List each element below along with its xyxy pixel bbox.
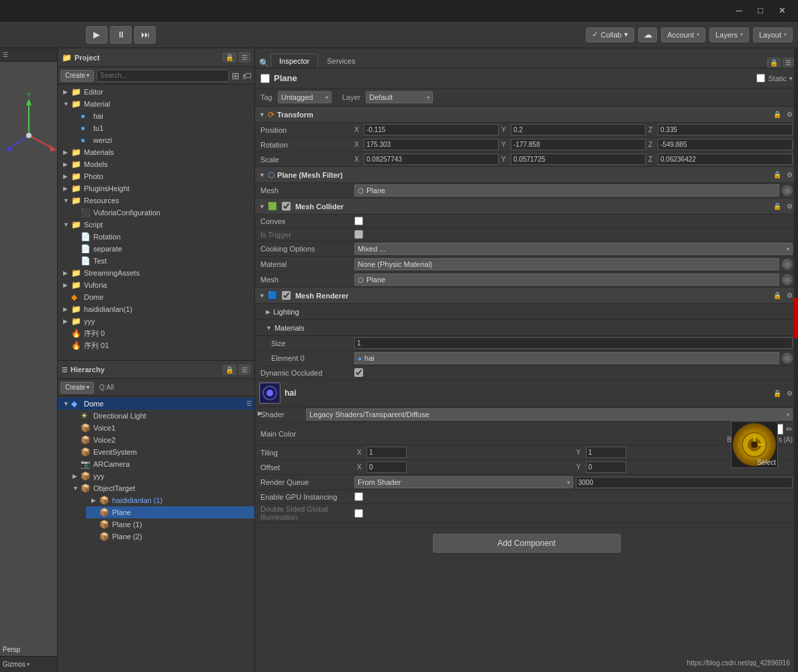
collider-mesh-select-btn[interactable]: ◎ bbox=[782, 274, 793, 285]
mesh-filter-gear-icon[interactable]: ⚙ bbox=[785, 171, 794, 178]
hierarchy-item-plane[interactable]: 📦 Plane bbox=[86, 506, 254, 518]
tree-item-photo[interactable]: ▶ 📁 Photo bbox=[58, 170, 254, 182]
texture-preview[interactable]: Select bbox=[731, 421, 778, 468]
pos-z-input[interactable] bbox=[658, 124, 793, 135]
trigger-checkbox[interactable] bbox=[354, 230, 363, 239]
physic-material-value[interactable]: None (Physic Material) bbox=[354, 258, 779, 270]
tree-item-vuforia[interactable]: ▶ 📁 Vuforia bbox=[58, 279, 254, 291]
account-button[interactable]: Account ▾ bbox=[661, 27, 705, 42]
static-checkbox[interactable] bbox=[756, 74, 765, 82]
project-list-view-icon[interactable]: ⊞ bbox=[232, 70, 240, 81]
hierarchy-item-arcamera[interactable]: 📷 ARCamera bbox=[67, 458, 254, 470]
render-queue-dropdown[interactable]: From Shader ▾ bbox=[354, 476, 573, 488]
gizmos-toggle[interactable]: Gizmos ▾ bbox=[0, 656, 57, 672]
pos-x-input[interactable] bbox=[364, 124, 499, 135]
layers-button[interactable]: Layers ▾ bbox=[709, 27, 749, 42]
material-lock-icon[interactable]: 🔒 bbox=[772, 390, 783, 397]
mesh-renderer-enabled[interactable] bbox=[282, 291, 291, 300]
tree-item-dome[interactable]: ◆ Dome bbox=[58, 291, 254, 303]
double-sided-checkbox[interactable] bbox=[354, 509, 363, 518]
inspector-menu-icon[interactable]: ☰ bbox=[783, 58, 794, 68]
tree-item-seq01[interactable]: 🔥 序列 01 bbox=[58, 339, 254, 351]
offset-y-input[interactable] bbox=[586, 461, 626, 473]
close-button[interactable]: ✕ bbox=[771, 3, 793, 19]
material-gear-icon[interactable]: ⚙ bbox=[785, 390, 794, 397]
transform-header[interactable]: ▼ ⟳ Transform 🔒 ⚙ bbox=[255, 107, 798, 123]
rot-z-input[interactable] bbox=[658, 139, 793, 150]
tiling-x-input[interactable] bbox=[366, 447, 407, 458]
inspector-scrollbar[interactable] bbox=[794, 48, 798, 672]
offset-x-input[interactable] bbox=[366, 461, 407, 473]
hierarchy-item-voice2[interactable]: 📦 Voice2 bbox=[67, 434, 254, 446]
hierarchy-item-eventsystem[interactable]: 📦 EventSystem bbox=[67, 446, 254, 458]
tab-services[interactable]: Services bbox=[318, 54, 364, 68]
tree-item-resources[interactable]: ▼ 📁 Resources bbox=[58, 194, 254, 207]
scl-x-input[interactable] bbox=[364, 154, 499, 165]
hierarchy-item-yyy[interactable]: ▶ 📦 yyy bbox=[67, 470, 254, 482]
physic-material-select-btn[interactable]: ◎ bbox=[782, 259, 793, 270]
element0-select-btn[interactable]: ◎ bbox=[782, 353, 793, 363]
tree-item-test[interactable]: 📄 Test bbox=[67, 255, 254, 267]
rot-y-input[interactable] bbox=[511, 139, 646, 150]
mesh-renderer-header[interactable]: ▼ 🟦 Mesh Renderer 🔒 ⚙ bbox=[255, 288, 798, 304]
hierarchy-item-plane2[interactable]: 📦 Plane (2) bbox=[86, 530, 254, 543]
cooking-dropdown[interactable]: Mixed ... ▾ bbox=[354, 243, 793, 255]
pos-y-input[interactable] bbox=[511, 124, 646, 135]
project-lock-icon[interactable]: 🔒 bbox=[223, 52, 236, 62]
hierarchy-item-dome[interactable]: ▼ ◆ Dome ☰ bbox=[58, 398, 254, 410]
hierarchy-menu-icon[interactable]: ☰ bbox=[239, 365, 250, 375]
tree-item-editor[interactable]: ▶ 📁 Editor bbox=[58, 86, 254, 98]
tree-item-tu1[interactable]: ● tu1 bbox=[67, 122, 254, 134]
transform-lock-icon[interactable]: 🔒 bbox=[772, 111, 783, 118]
pause-button[interactable]: ⏸ bbox=[110, 26, 132, 44]
collab-button[interactable]: ✓ Collab ▾ bbox=[586, 27, 634, 42]
scl-y-input[interactable] bbox=[511, 154, 646, 165]
tree-item-vuforia-config[interactable]: ⬛ VuforiaConfiguration bbox=[67, 207, 254, 219]
dynamic-occluded-checkbox[interactable] bbox=[354, 368, 363, 377]
project-filter-icon[interactable]: 🏷 bbox=[242, 70, 252, 81]
add-component-button[interactable]: Add Component bbox=[433, 534, 621, 553]
mesh-filter-lock-icon[interactable]: 🔒 bbox=[772, 171, 783, 178]
tag-dropdown[interactable]: Untagged ▾ bbox=[278, 91, 332, 103]
tree-item-yyy[interactable]: ▶ 📁 yyy bbox=[58, 315, 254, 327]
inspector-lock-icon[interactable]: 🔒 bbox=[767, 58, 781, 68]
mesh-collider-lock-icon[interactable]: 🔒 bbox=[772, 203, 783, 210]
mesh-filter-mesh-value[interactable]: ⬡ Plane bbox=[354, 184, 779, 197]
mesh-renderer-gear-icon[interactable]: ⚙ bbox=[785, 292, 794, 299]
gpu-instancing-checkbox[interactable] bbox=[354, 492, 363, 501]
tree-item-materials[interactable]: ▶ 📁 Materials bbox=[58, 146, 254, 158]
tree-item-plugins-height[interactable]: ▶ 📁 PluginsHeight bbox=[58, 182, 254, 194]
layer-dropdown[interactable]: Default ▾ bbox=[366, 91, 433, 103]
hierarchy-item-plane1[interactable]: 📦 Plane (1) bbox=[86, 518, 254, 530]
project-menu-icon[interactable]: ☰ bbox=[239, 52, 250, 62]
object-active-checkbox[interactable] bbox=[260, 74, 270, 83]
mesh-filter-select-btn[interactable]: ◎ bbox=[782, 185, 793, 196]
static-dropdown-arrow[interactable]: ▾ bbox=[789, 75, 793, 82]
shader-dropdown[interactable]: Legacy Shaders/Transparent/Diffuse ▾ bbox=[306, 408, 793, 421]
mesh-collider-header[interactable]: ▼ 🟩 Mesh Collider 🔒 ⚙ bbox=[255, 199, 798, 215]
element0-value[interactable]: ● hai bbox=[354, 352, 779, 364]
cloud-button[interactable]: ☁ bbox=[638, 27, 657, 42]
tree-item-wenzi[interactable]: ● wenzi bbox=[67, 134, 254, 146]
rot-x-input[interactable] bbox=[364, 139, 499, 150]
step-button[interactable]: ⏭ bbox=[134, 26, 156, 44]
scl-z-input[interactable] bbox=[658, 154, 793, 165]
lighting-header[interactable]: ▶ Lighting bbox=[255, 304, 798, 320]
minimize-button[interactable]: ─ bbox=[728, 3, 750, 19]
tree-item-haididianlan1[interactable]: ▶ 📁 haididianlan(1) bbox=[58, 303, 254, 315]
tree-item-streaming-assets[interactable]: ▶ 📁 StreamingAssets bbox=[58, 267, 254, 279]
play-button[interactable]: ▶ bbox=[86, 26, 107, 44]
mesh-collider-gear-icon[interactable]: ⚙ bbox=[785, 203, 794, 210]
hierarchy-item-voice1[interactable]: 📦 Voice1 bbox=[67, 422, 254, 434]
hierarchy-lock-icon[interactable]: 🔒 bbox=[223, 365, 236, 375]
materials-header[interactable]: ▼ Materials bbox=[255, 320, 798, 336]
tab-inspector[interactable]: Inspector bbox=[270, 54, 318, 68]
hierarchy-item-haididianlan[interactable]: ▶ 📦 haididianlan (1) bbox=[86, 494, 254, 506]
layout-button[interactable]: Layout ▾ bbox=[753, 27, 793, 42]
mesh-filter-header[interactable]: ▼ ⬡ Plane (Mesh Filter) 🔒 ⚙ bbox=[255, 167, 798, 183]
tree-item-script[interactable]: ▼ 📁 Script bbox=[58, 219, 254, 231]
hierarchy-item-directional-light[interactable]: ☀ Directional Light bbox=[67, 410, 254, 422]
convex-checkbox[interactable] bbox=[354, 217, 363, 225]
mesh-renderer-lock-icon[interactable]: 🔒 bbox=[772, 292, 783, 299]
tree-item-models[interactable]: ▶ 📁 Models bbox=[58, 158, 254, 170]
